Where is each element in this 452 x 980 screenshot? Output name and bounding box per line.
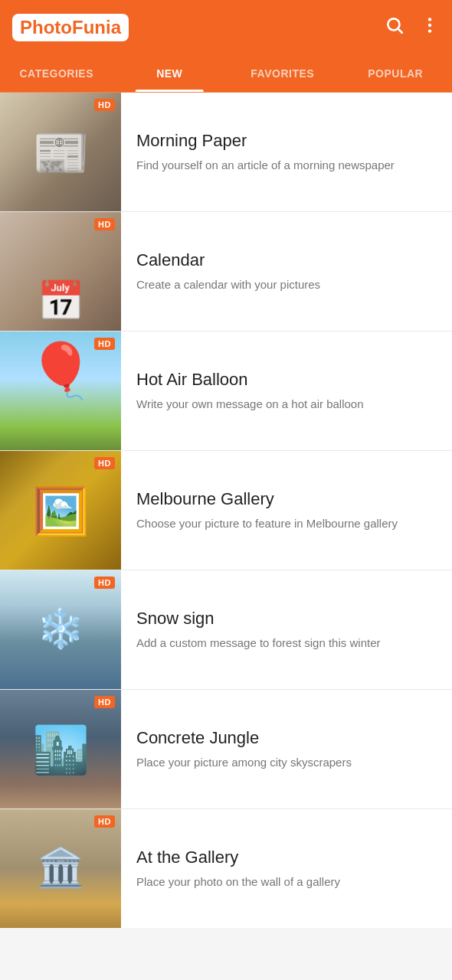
svg-line-1 — [398, 29, 402, 33]
item-title: Calendar — [136, 250, 437, 270]
navigation-tabs: CATEGORIES NEW FAVORITES POPULAR — [0, 55, 452, 93]
list-item[interactable]: HD At the Gallery Place your photo on th… — [0, 809, 452, 928]
header-actions — [385, 15, 440, 40]
item-thumbnail: HD — [0, 212, 121, 331]
item-description: Find yourself on an article of a morning… — [136, 157, 437, 173]
tab-popular[interactable]: POPULAR — [339, 55, 453, 92]
item-description: Write your own message on a hot air ball… — [136, 396, 437, 412]
tab-new[interactable]: NEW — [113, 55, 227, 92]
more-options-icon[interactable] — [420, 15, 440, 40]
app-header: Photo Funia — [0, 0, 452, 55]
logo-funia: Funia — [72, 17, 121, 38]
tab-categories[interactable]: CATEGORIES — [0, 55, 113, 92]
item-content: Morning Paper Find yourself on an articl… — [121, 119, 452, 185]
hd-badge: HD — [94, 577, 115, 589]
list-item[interactable]: HD Calendar Create a calendar with your … — [0, 212, 452, 332]
item-title: Concrete Jungle — [136, 728, 437, 748]
list-item[interactable]: HD Snow sign Add a custom message to for… — [0, 570, 452, 690]
logo-photo: Photo — [20, 17, 72, 38]
item-content: Calendar Create a calendar with your pic… — [121, 238, 452, 305]
item-thumbnail: HD — [0, 809, 121, 928]
item-description: Create a calendar with your pictures — [136, 276, 437, 292]
svg-point-2 — [428, 18, 431, 21]
item-content: Concrete Jungle Place your picture among… — [121, 716, 452, 782]
item-thumbnail: HD — [0, 690, 121, 808]
tab-favorites[interactable]: FAVORITES — [226, 55, 339, 92]
svg-point-4 — [428, 29, 431, 32]
list-item[interactable]: HD Morning Paper Find yourself on an art… — [0, 93, 452, 212]
hd-badge: HD — [94, 696, 115, 708]
item-thumbnail: HD — [0, 570, 121, 689]
item-title: Morning Paper — [136, 131, 437, 151]
item-description: Place your photo on the wall of a galler… — [136, 874, 437, 890]
svg-point-3 — [428, 24, 431, 27]
hd-badge: HD — [94, 99, 115, 111]
list-item[interactable]: HD Hot Air Balloon Write your own messag… — [0, 332, 452, 451]
hd-badge: HD — [94, 338, 115, 350]
item-description: Place your picture among city skyscraper… — [136, 754, 437, 770]
app-logo: Photo Funia — [12, 14, 129, 41]
item-title: At the Gallery — [136, 848, 437, 867]
item-content: Snow sign Add a custom message to forest… — [121, 596, 452, 663]
hd-badge: HD — [94, 218, 115, 230]
hd-badge: HD — [94, 457, 115, 469]
items-list: HD Morning Paper Find yourself on an art… — [0, 93, 452, 928]
item-title: Hot Air Balloon — [136, 370, 437, 390]
item-description: Add a custom message to forest sign this… — [136, 635, 437, 651]
item-content: At the Gallery Place your photo on the w… — [121, 835, 452, 902]
item-thumbnail: HD — [0, 93, 121, 211]
item-title: Melbourne Gallery — [136, 489, 437, 509]
list-item[interactable]: HD Melbourne Gallery Choose your picture… — [0, 451, 452, 570]
item-thumbnail: HD — [0, 451, 121, 570]
item-title: Snow sign — [136, 609, 437, 629]
item-content: Hot Air Balloon Write your own message o… — [121, 358, 452, 424]
list-item[interactable]: HD Concrete Jungle Place your picture am… — [0, 690, 452, 809]
search-icon[interactable] — [385, 15, 405, 40]
hd-badge: HD — [94, 815, 115, 828]
item-description: Choose your picture to feature in Melbou… — [136, 515, 437, 531]
item-thumbnail: HD — [0, 332, 121, 450]
item-content: Melbourne Gallery Choose your picture to… — [121, 477, 452, 544]
